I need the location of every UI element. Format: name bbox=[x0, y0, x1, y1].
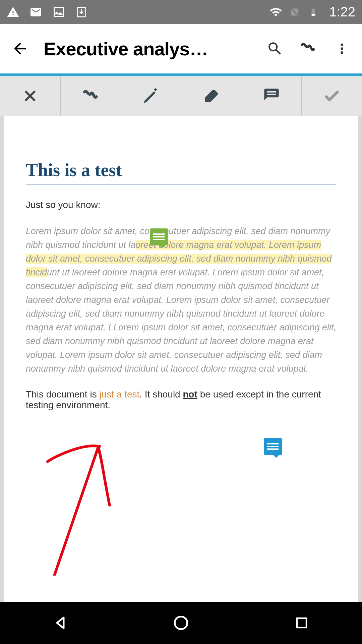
nav-recent-button[interactable] bbox=[292, 613, 312, 633]
svg-rect-2 bbox=[312, 14, 315, 15]
draw-toolbar bbox=[0, 76, 362, 116]
comment-tool-button[interactable] bbox=[241, 76, 302, 116]
comment-marker-blue[interactable] bbox=[264, 438, 282, 455]
download-icon bbox=[75, 6, 88, 18]
body-text-post: unt ut laoreet dolore magna erat volupat… bbox=[26, 267, 336, 374]
gmail-icon bbox=[29, 6, 42, 18]
svg-point-5 bbox=[341, 51, 343, 54]
svg-point-8 bbox=[175, 616, 187, 629]
document-title: This is a test bbox=[26, 160, 336, 184]
draw-mode-button[interactable] bbox=[298, 39, 318, 59]
search-button[interactable] bbox=[265, 39, 285, 59]
wifi-icon bbox=[269, 6, 282, 18]
back-button[interactable] bbox=[10, 39, 30, 59]
close-draw-button[interactable] bbox=[0, 76, 61, 116]
nav-back-button[interactable] bbox=[50, 613, 70, 633]
status-left bbox=[7, 6, 88, 18]
svg-rect-0 bbox=[54, 7, 63, 16]
overflow-menu-button[interactable] bbox=[332, 39, 352, 59]
status-bar: 1:22 bbox=[0, 0, 362, 24]
svg-point-4 bbox=[341, 47, 343, 50]
footer-mid: . It should bbox=[139, 389, 183, 399]
warning-icon bbox=[7, 6, 19, 18]
svg-rect-7 bbox=[267, 94, 276, 95]
image-icon bbox=[52, 6, 65, 18]
comment-marker-green[interactable] bbox=[150, 228, 168, 245]
battery-icon bbox=[307, 6, 320, 18]
app-title: Executive analys… bbox=[44, 38, 251, 60]
freehand-arrow-annotation[interactable] bbox=[44, 441, 128, 576]
document-subtitle: Just so you know: bbox=[26, 200, 336, 210]
document-page[interactable]: This is a test Just so you know: Lorem i… bbox=[4, 116, 358, 633]
app-bar: Executive analys… bbox=[0, 24, 362, 76]
document-body: Lorem ipsum dolor sit amet, consecutuer … bbox=[26, 224, 336, 376]
svg-rect-9 bbox=[297, 618, 306, 628]
footer-pre: This document is bbox=[26, 389, 99, 399]
no-sim-icon bbox=[288, 6, 301, 18]
footer-not: not bbox=[183, 389, 197, 399]
svg-point-3 bbox=[341, 44, 343, 46]
status-time: 1:22 bbox=[329, 4, 355, 19]
document-footer: This document is just a test. It should … bbox=[26, 389, 336, 411]
footer-link-text[interactable]: just a test bbox=[99, 389, 139, 399]
freehand-tool-button[interactable] bbox=[61, 76, 121, 116]
nav-home-button[interactable] bbox=[171, 613, 191, 633]
status-right: 1:22 bbox=[269, 4, 355, 19]
document-viewport[interactable]: This is a test Just so you know: Lorem i… bbox=[0, 116, 362, 633]
highlighter-tool-button[interactable] bbox=[121, 76, 181, 116]
svg-rect-6 bbox=[267, 91, 276, 92]
confirm-draw-button[interactable] bbox=[301, 76, 362, 116]
system-nav-bar bbox=[0, 602, 362, 644]
eraser-tool-button[interactable] bbox=[181, 76, 241, 116]
